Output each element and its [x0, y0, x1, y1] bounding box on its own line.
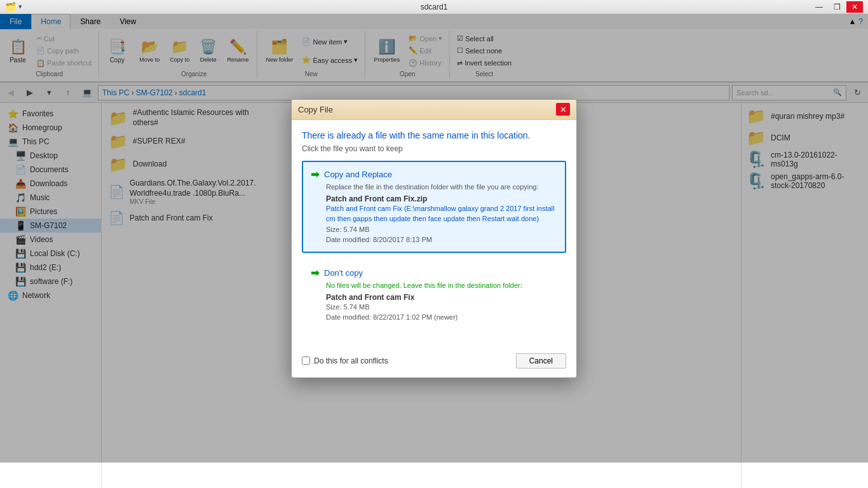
- option2-size: Size: 5.74 MB: [326, 302, 557, 313]
- window-icon: 🗂️: [5, 2, 16, 12]
- all-conflicts-checkbox[interactable]: Do this for all conflicts: [302, 356, 388, 365]
- all-conflicts-input[interactable]: [302, 356, 310, 365]
- quick-access-bar: ▾: [18, 3, 22, 11]
- dialog-title: Copy File: [298, 105, 333, 114]
- close-button[interactable]: ✕: [846, 1, 863, 13]
- option2-desc: No files will be changed. Leave this fil…: [326, 281, 557, 289]
- title-bar-left: 🗂️ ▾: [5, 2, 22, 12]
- option2-date: Date modified: 8/22/2017 1:02 PM (newer): [326, 312, 557, 323]
- restore-button[interactable]: ❐: [829, 1, 845, 13]
- dialog-header-text: There is already a file with the same na…: [302, 130, 566, 140]
- dialog-footer: Do this for all conflicts Cancel: [292, 347, 576, 377]
- copy-file-dialog: Copy File ✕ There is already a file with…: [291, 99, 577, 378]
- option2-filename: Patch and Front cam Fix: [326, 293, 557, 302]
- all-conflicts-label: Do this for all conflicts: [314, 356, 388, 365]
- option1-date: Date modified: 8/20/2017 8:13 PM: [326, 234, 557, 245]
- dialog-sub-text: Click the file you want to keep: [302, 144, 566, 153]
- dialog-titlebar: Copy File ✕: [292, 100, 576, 120]
- copy-and-replace-option[interactable]: ➡ Copy and Replace Replace the file in t…: [302, 161, 566, 253]
- dialog-overlay: Copy File ✕ There is already a file with…: [0, 14, 868, 463]
- dialog-body: There is already a file with the same na…: [292, 120, 576, 347]
- minimize-button[interactable]: —: [811, 1, 827, 13]
- title-bar: 🗂️ ▾ sdcard1 — ❐ ✕: [0, 0, 868, 14]
- option2-title: Don't copy: [324, 268, 363, 278]
- option2-arrow: ➡: [311, 267, 319, 279]
- option1-size: Size: 5.74 MB: [326, 224, 557, 235]
- option1-detail: Patch and Front cam Fix (E:\marshmallow …: [326, 203, 557, 224]
- dialog-close-button[interactable]: ✕: [556, 103, 570, 116]
- option1-title: Copy and Replace: [324, 170, 392, 179]
- cancel-button[interactable]: Cancel: [516, 353, 566, 369]
- option1-arrow: ➡: [311, 168, 319, 180]
- dont-copy-option[interactable]: ➡ Don't copy No files will be changed. L…: [302, 259, 566, 330]
- window-title: sdcard1: [421, 3, 448, 11]
- option1-filename: Patch and Front cam Fix.zip: [326, 194, 557, 203]
- window-controls: — ❐ ✕: [811, 1, 863, 13]
- option1-desc: Replace the file in the destination fold…: [326, 183, 557, 191]
